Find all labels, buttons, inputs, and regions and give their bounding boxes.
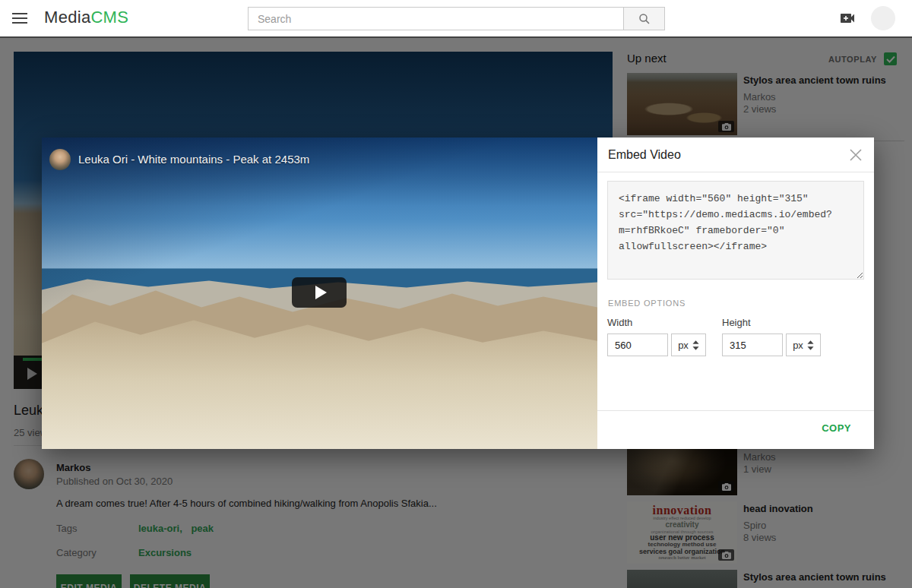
app-header: MediaCMS bbox=[0, 0, 912, 36]
upload-media-button[interactable] bbox=[838, 9, 857, 27]
user-avatar[interactable] bbox=[871, 6, 895, 30]
width-unit-value: px bbox=[678, 340, 689, 351]
width-label: Width bbox=[607, 317, 632, 328]
search-bar bbox=[248, 7, 665, 30]
height-unit-select[interactable]: px bbox=[786, 334, 821, 356]
app-logo[interactable]: MediaCMS bbox=[44, 8, 128, 27]
menu-icon[interactable] bbox=[12, 10, 30, 27]
preview-author-avatar[interactable] bbox=[49, 149, 71, 170]
unfold-arrows-icon bbox=[692, 340, 699, 350]
height-input[interactable] bbox=[722, 334, 783, 356]
width-input[interactable] bbox=[607, 334, 668, 356]
search-input[interactable] bbox=[248, 7, 623, 30]
modal-footer: COPY bbox=[597, 410, 874, 449]
height-label: Height bbox=[722, 317, 751, 328]
close-icon bbox=[849, 148, 863, 162]
embed-options-panel: Embed Video <iframe width="560" height="… bbox=[597, 138, 874, 449]
embed-code-textarea[interactable]: <iframe width="560" height="315" src="ht… bbox=[607, 181, 864, 280]
play-button[interactable] bbox=[292, 277, 347, 308]
preview-video-title: Leuka Ori - White mountains - Peak at 24… bbox=[78, 153, 309, 166]
close-button[interactable] bbox=[847, 147, 865, 165]
modal-header: Embed Video bbox=[597, 138, 874, 172]
embed-video-modal: Leuka Ori - White mountains - Peak at 24… bbox=[42, 138, 874, 449]
width-unit-select[interactable]: px bbox=[671, 334, 706, 356]
height-unit-value: px bbox=[793, 340, 803, 351]
unfold-arrows-icon bbox=[807, 340, 814, 350]
copy-button[interactable]: COPY bbox=[822, 422, 851, 434]
width-field-group: px bbox=[607, 334, 706, 356]
height-field-group: px bbox=[722, 334, 821, 356]
play-icon bbox=[315, 286, 327, 299]
search-button[interactable] bbox=[623, 7, 665, 30]
logo-text-media: Media bbox=[44, 8, 90, 27]
modal-title: Embed Video bbox=[608, 148, 681, 162]
search-icon bbox=[638, 12, 651, 26]
embed-options-label: EMBED OPTIONS bbox=[608, 299, 686, 308]
video-upload-icon bbox=[838, 9, 857, 27]
logo-text-cms: CMS bbox=[90, 8, 128, 27]
embed-preview-player[interactable]: Leuka Ori - White mountains - Peak at 24… bbox=[42, 138, 597, 449]
